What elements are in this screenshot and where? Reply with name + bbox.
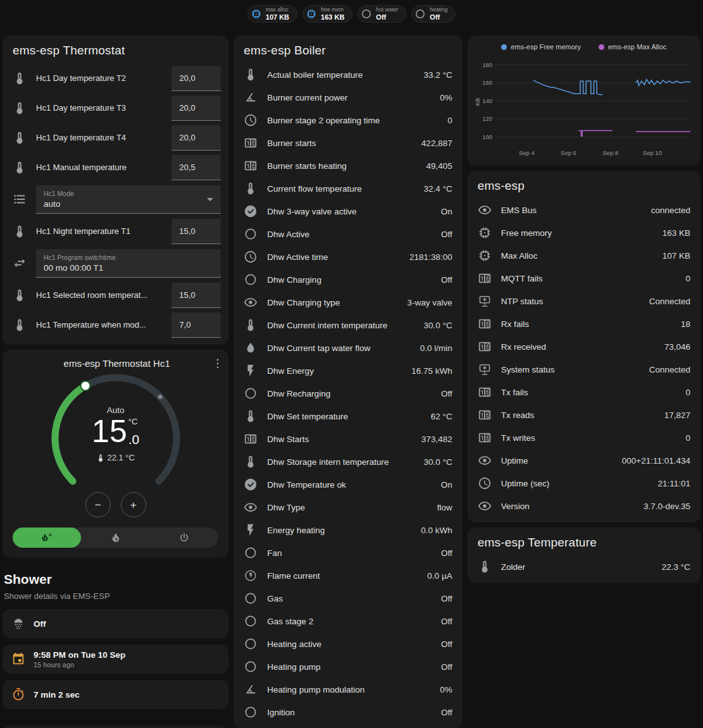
state-text: 7 min 2 sec [34, 690, 80, 700]
entity-row[interactable]: Burner current power0% [233, 86, 462, 109]
entity-row[interactable]: Rx fails18 [468, 312, 700, 335]
entity-row[interactable]: Zolder22.3 °C [468, 555, 700, 578]
entity-row[interactable]: Heating pump modulation0% [233, 678, 462, 701]
entity-row[interactable]: Flame current0.0 µA [233, 564, 462, 587]
entity-row[interactable]: Free memory163 KB [468, 221, 700, 244]
entity-row[interactable]: Dhw Charging type3-way valve [233, 291, 462, 314]
entity-name: System status [501, 365, 644, 374]
entity-value: 373,482 [421, 435, 452, 444]
entity-row[interactable]: Heating activeOff [233, 632, 462, 655]
entity-value: Off [441, 617, 452, 626]
temperature-card: ems-esp Temperature Zolder22.3 °C [468, 527, 700, 583]
number-input[interactable] [171, 66, 221, 91]
legend-max-alloc[interactable]: ems-esp Max Alloc [599, 43, 666, 51]
thermostat-settings-card: ems-esp Thermostat Hc1 Day temperature T… [3, 35, 228, 345]
entity-row[interactable]: Max Alloc107 KB [468, 244, 700, 267]
shower-info-card[interactable]: Off [3, 609, 228, 638]
entity-row[interactable]: Actual boiler temperature33.2 °C [233, 63, 462, 86]
entity-row[interactable]: Dhw Storage intern temperature30.0 °C [233, 450, 462, 473]
number-input[interactable] [171, 125, 221, 151]
entity-row[interactable]: Dhw Starts373,482 [233, 428, 462, 450]
mode-select[interactable]: Hc1 Modeauto [36, 185, 221, 214]
dial-handle[interactable] [80, 381, 90, 390]
number-input[interactable] [171, 312, 221, 338]
legend-free-memory[interactable]: ems-esp Free memory [501, 43, 581, 51]
entity-row[interactable]: Dhw Current tap water flow0.0 l/min [233, 336, 462, 359]
emsesp-diagnostics-card: ems-esp EMS BusconnectedFree memory163 K… [468, 171, 700, 522]
legend-label: ems-esp Free memory [511, 43, 581, 51]
entity-row[interactable]: Rx received73,046 [468, 335, 700, 358]
chip-label: heating [430, 7, 447, 13]
entity-row[interactable]: EMS Busconnected [468, 199, 700, 221]
entity-row[interactable]: Uptime000+21:11:01.434 [468, 449, 700, 472]
number-input[interactable] [171, 96, 221, 121]
entity-row[interactable]: Tx fails0 [468, 381, 700, 404]
entity-row[interactable]: NTP statusConnected [468, 290, 700, 312]
entity-row[interactable]: Current flow temperature32.4 °C [233, 177, 462, 200]
entity-row[interactable]: Heating pumpOff [233, 655, 462, 678]
mode-heat-button[interactable] [81, 527, 149, 548]
entity-row[interactable]: MQTT fails0 [468, 267, 700, 290]
entity-row[interactable]: Burner starts heating49,405 [233, 154, 462, 177]
memory-history-chart[interactable]: 100120140160180Sep 4Sep 6Sep 8Sep 10KB [474, 53, 694, 161]
entity-value: 2181:38:00 [409, 252, 452, 262]
entity-value: 18 [681, 319, 690, 329]
shower-info-card[interactable]: 7 min 2 sec [3, 680, 228, 709]
chip-free-mem[interactable]: free mem163 KB [302, 5, 352, 23]
more-menu-button[interactable]: ⋮ [208, 357, 222, 369]
entity-value: connected [651, 206, 690, 215]
entity-row[interactable]: IgnitionOff [233, 701, 462, 724]
number-input[interactable] [171, 219, 221, 244]
shower-info-card[interactable]: 9:58 PM on Tue 10 Sep15 hours ago [3, 645, 228, 674]
thermostat-dial-svg [43, 372, 189, 487]
entity-row[interactable]: Dhw ActiveOff [233, 223, 462, 245]
entity-row[interactable]: FanOff [233, 541, 462, 564]
entity-row[interactable]: System statusConnected [468, 358, 700, 381]
entity-row[interactable]: Dhw Set temperature62 °C [233, 405, 462, 428]
entity-value: Off [441, 639, 452, 649]
entity-row[interactable]: Uptime (sec)21:11:01 [468, 472, 700, 495]
entity-row[interactable]: Burner stage 2 operating time0 [233, 109, 462, 132]
entity-row: Hc1 Modeauto [3, 182, 228, 216]
entity-value: 30.0 °C [423, 321, 452, 330]
entity-row[interactable]: Dhw Current intern temperature30.0 °C [233, 314, 462, 336]
chip-max-alloc[interactable]: max alloc107 KB [247, 5, 297, 23]
power-icon [178, 532, 190, 543]
eye-icon [478, 203, 492, 217]
counter-icon [478, 431, 492, 445]
entity-row[interactable]: Dhw ChargingOff [233, 268, 462, 291]
chip-hot-water[interactable]: hot waterOff [358, 5, 406, 23]
entity-name: Uptime (sec) [501, 479, 653, 488]
entity-row[interactable]: Dhw Active time2181:38:00 [233, 245, 462, 268]
entity-row[interactable]: Version3.7.0-dev.35 [468, 495, 700, 517]
entity-row[interactable]: Dhw RechargingOff [233, 382, 462, 405]
frost-protection-card[interactable] [3, 725, 228, 728]
number-input[interactable] [171, 283, 221, 308]
entity-row[interactable]: Tx reads17,827 [468, 404, 700, 426]
entity-value: 30.0 °C [423, 457, 452, 467]
entity-row[interactable]: Dhw Temperature okOn [233, 473, 462, 496]
entity-row[interactable]: Tx writes0 [468, 426, 700, 449]
card-title-thermostat: ems-esp Thermostat [3, 35, 228, 63]
mode-off-button[interactable] [150, 527, 218, 548]
entity-row[interactable]: Dhw Typeflow [233, 496, 462, 519]
entity-value: On [441, 480, 452, 490]
card-title-boiler: ems-esp Boiler [233, 35, 462, 63]
mode-auto-button[interactable] [13, 527, 81, 548]
entity-row[interactable]: Dhw 3-way valve activeOn [233, 200, 462, 223]
text-field[interactable]: Hc1 Program switchtime00 mo 00:00 T1 [36, 249, 221, 278]
temp-decrease-button[interactable]: − [85, 492, 111, 517]
temp-increase-button[interactable]: + [121, 492, 146, 517]
entity-value: On [441, 207, 452, 216]
svg-text:Sep 10: Sep 10 [643, 149, 662, 156]
entity-row[interactable]: GasOff [233, 587, 462, 610]
thermostat-dial[interactable]: Auto 15 °C .0 22.1 °C [43, 372, 189, 487]
entity-row[interactable]: Dhw Energy16.75 kWh [233, 359, 462, 382]
entity-name: Heating pump modulation [267, 685, 435, 694]
entity-row[interactable]: Gas stage 2Off [233, 610, 462, 632]
entity-row[interactable]: Burner starts422,887 [233, 132, 462, 154]
number-input[interactable] [171, 155, 221, 180]
entity-row[interactable]: Energy heating0.0 kWh [233, 519, 462, 541]
chip-heating[interactable]: heatingOff [411, 5, 456, 23]
entity-value: 3-way valve [407, 298, 452, 307]
